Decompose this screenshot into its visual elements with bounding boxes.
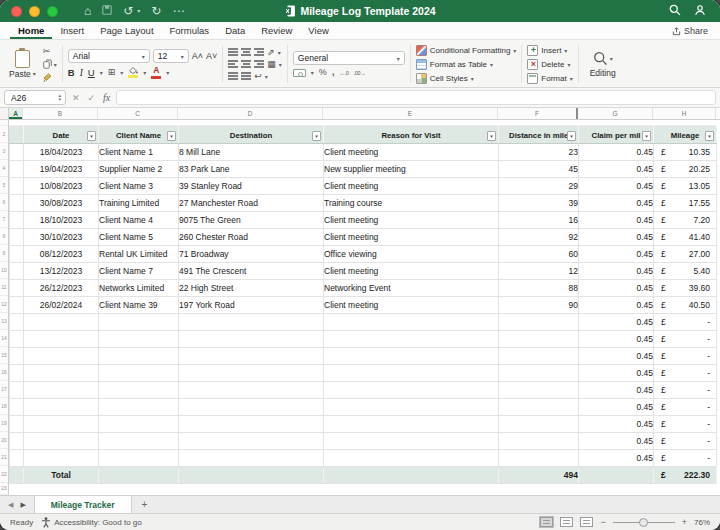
cell-claim[interactable]: 0.45 — [579, 229, 654, 246]
cell-client-name[interactable]: Rental UK Limited — [99, 246, 179, 263]
cell-date[interactable] — [24, 399, 99, 416]
filter-button-date[interactable]: ▼ — [87, 131, 96, 141]
cell-distance[interactable] — [499, 433, 579, 450]
sheet-tab-mileage-tracker[interactable]: Mileage Tracker — [34, 496, 132, 513]
align-right-icon[interactable] — [254, 60, 264, 68]
header-cell-mileage[interactable]: Mileage▼ — [654, 127, 717, 144]
header-cell-destination[interactable]: Destination▼ — [179, 127, 324, 144]
row-header-14[interactable]: 14 — [0, 330, 8, 347]
cell-mileage[interactable]: £13.05 — [654, 178, 717, 195]
row-header-12[interactable]: 12 — [0, 296, 8, 313]
format-cells-button[interactable]: Format▾ — [527, 72, 572, 84]
cell-spacer[interactable] — [10, 433, 24, 450]
cell-spacer[interactable] — [10, 314, 24, 331]
increase-decimal-button[interactable]: ←.0 — [339, 70, 348, 76]
cell-claim[interactable]: 0.45 — [579, 212, 654, 229]
share-button[interactable]: Share — [664, 25, 716, 39]
cell-distance[interactable]: 90 — [499, 297, 579, 314]
cell-date[interactable] — [24, 314, 99, 331]
cell-destination[interactable]: 27 Manchester Road — [179, 195, 324, 212]
redo-button[interactable]: ↻ — [151, 5, 161, 17]
cell-mileage[interactable]: £7.20 — [654, 212, 717, 229]
menu-tab-view[interactable]: View — [300, 23, 336, 39]
cell-destination[interactable]: 22 High Street — [179, 280, 324, 297]
row-header-5[interactable]: 5 — [0, 177, 8, 194]
cell-claim[interactable]: 0.45 — [579, 416, 654, 433]
prev-sheet-icon[interactable]: ◀ — [8, 501, 13, 509]
cell-destination[interactable] — [179, 399, 324, 416]
cell-spacer[interactable] — [10, 195, 24, 212]
increase-indent-icon[interactable] — [241, 72, 251, 80]
cell-client-name[interactable] — [99, 348, 179, 365]
cell-mileage[interactable]: £10.35 — [654, 144, 717, 161]
filter-button-destination[interactable]: ▼ — [312, 131, 321, 141]
cell-claim[interactable]: 0.45 — [579, 144, 654, 161]
row-header-15[interactable]: 15 — [0, 347, 8, 364]
cell-reason[interactable]: Office viewing — [324, 246, 499, 263]
home-icon[interactable]: ⌂ — [84, 5, 91, 17]
name-box[interactable]: A26 ▲▼ — [4, 90, 66, 105]
conditional-formatting-button[interactable]: Conditional Formatting▾ — [416, 44, 517, 56]
zoom-out-button[interactable]: − — [600, 518, 605, 527]
cell-date[interactable]: 26/12/2023 — [24, 280, 99, 297]
cell-date[interactable] — [24, 365, 99, 382]
align-bottom-icon[interactable] — [254, 48, 264, 56]
borders-button[interactable]: ⊞ — [108, 68, 116, 77]
cell-reason[interactable]: Client meeting — [324, 212, 499, 229]
row-header-23[interactable]: 23 — [0, 483, 8, 495]
cell-spacer[interactable] — [10, 178, 24, 195]
cell-spacer[interactable] — [10, 450, 24, 467]
insert-function-icon[interactable]: fx — [103, 92, 110, 103]
cell-client-name[interactable]: Client Name 5 — [99, 229, 179, 246]
row-header-11[interactable]: 11 — [0, 279, 8, 296]
cell-client-name[interactable]: Training Limited — [99, 195, 179, 212]
cell-mileage[interactable]: £- — [654, 314, 717, 331]
cell-date[interactable]: 30/10/2023 — [24, 229, 99, 246]
align-left-icon[interactable] — [228, 60, 238, 68]
cell-spacer[interactable] — [10, 365, 24, 382]
filter-button-client-name[interactable]: ▼ — [167, 131, 176, 141]
editing-group[interactable]: ▾ Editing — [584, 43, 622, 85]
cell-distance[interactable] — [499, 416, 579, 433]
cell-distance[interactable]: 92 — [499, 229, 579, 246]
cell-claim[interactable]: 0.45 — [579, 382, 654, 399]
cell-distance[interactable]: 39 — [499, 195, 579, 212]
cell-distance[interactable] — [499, 348, 579, 365]
cell-mileage[interactable]: £- — [654, 382, 717, 399]
cell-claim[interactable]: 0.45 — [579, 280, 654, 297]
fill-color-button[interactable] — [128, 67, 138, 78]
cell-client-name[interactable]: Supplier Name 2 — [99, 161, 179, 178]
align-middle-icon[interactable] — [241, 48, 251, 56]
cell-spacer[interactable] — [10, 280, 24, 297]
cell-reason[interactable]: Client meeting — [324, 229, 499, 246]
cell-distance[interactable] — [499, 331, 579, 348]
row-header-17[interactable]: 17 — [0, 381, 8, 398]
cell-date[interactable] — [24, 433, 99, 450]
merge-center-button[interactable]: ▦ — [267, 60, 276, 69]
row-header-22[interactable]: 22 — [0, 466, 8, 483]
header-cell-date[interactable]: Date▼ — [24, 127, 99, 144]
cell-date[interactable]: 26/02/2024 — [24, 297, 99, 314]
column-header-g[interactable]: G — [578, 108, 653, 119]
cell-date[interactable] — [24, 416, 99, 433]
paste-button[interactable]: Paste▾ — [6, 49, 39, 80]
row-header-3[interactable]: 3 — [0, 143, 8, 160]
delete-cells-button[interactable]: Delete▾ — [527, 58, 572, 70]
row-header-21[interactable]: 21 — [0, 449, 8, 466]
cell-date[interactable] — [24, 450, 99, 467]
cell-reason[interactable]: Training course — [324, 195, 499, 212]
cell-claim[interactable]: 0.45 — [579, 297, 654, 314]
cell-distance[interactable]: 60 — [499, 246, 579, 263]
cell-reason[interactable] — [324, 314, 499, 331]
header-cell-client-name[interactable]: Client Name▼ — [99, 127, 179, 144]
font-size-select[interactable]: 12▾ — [153, 49, 189, 63]
cell-client-name[interactable] — [99, 399, 179, 416]
cell-mileage[interactable]: £39.60 — [654, 280, 717, 297]
cell-reason[interactable] — [324, 365, 499, 382]
cell-reason[interactable]: Networking Event — [324, 280, 499, 297]
cell-mileage[interactable]: £- — [654, 331, 717, 348]
save-icon[interactable] — [102, 5, 112, 17]
cell-spacer[interactable] — [10, 399, 24, 416]
cell-date[interactable]: 19/04/2023 — [24, 161, 99, 178]
cell-distance[interactable] — [499, 314, 579, 331]
